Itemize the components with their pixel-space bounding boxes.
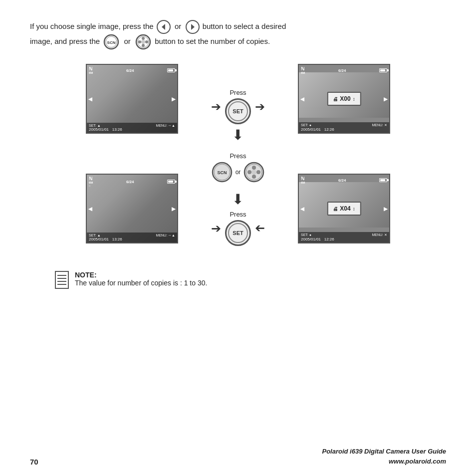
center-col: ➔ Press SET ➔ ⬇ Press <box>178 64 298 246</box>
press-scn-area: Press SCN or <box>212 142 265 193</box>
svg-point-11 <box>138 40 141 43</box>
arrow-down-1: ⬇ <box>232 128 243 142</box>
press-set-top: Press SET <box>225 89 251 124</box>
note-body: The value for number of copies is : 1 to… <box>75 279 207 287</box>
set-button-top[interactable]: SET <box>225 98 251 124</box>
nav-left-br: ◀ <box>300 206 304 212</box>
scn-button[interactable]: SCN <box>212 162 233 183</box>
set-button-bottom[interactable]: SET <box>225 220 251 246</box>
nav-left-tl: ◀ <box>88 96 92 102</box>
middle-flow: ⬇ Press SCN or <box>212 128 265 207</box>
screen-top-left: ℕ 6M 6/24 ◀ ▶ SET: ▲ MENU: ↔▲ 2005/01/01 <box>86 64 178 134</box>
footer-line2: www.polaroid.com <box>322 457 446 467</box>
arrow-right-1: ➔ <box>211 101 221 113</box>
page-number: 70 <box>30 458 38 466</box>
top-bar-br: ℕ 6M 6/24 <box>299 176 389 184</box>
flower-button[interactable] <box>243 162 264 183</box>
intro-btn-part: button to select a desired <box>203 22 286 30</box>
intro-line2-end: button to set the number of copies. <box>155 37 270 45</box>
svg-text:SCN: SCN <box>107 40 116 45</box>
page-content: If you choose single image, press the or… <box>0 0 476 299</box>
screen-bottom-left: ℕ 6M □ 6/24 ◀ ▶ SET: ▲ MENU: ↔▲ 2005/01/… <box>86 174 178 243</box>
arrow-left-1: ➔ <box>211 223 221 235</box>
flower-icon-inline <box>135 34 151 50</box>
page-footer: 70 Polaroid i639 Digital Camera User Gui… <box>30 447 446 466</box>
or1-text: or <box>175 22 181 30</box>
nav-left-bl: ◀ <box>88 206 92 212</box>
or2-text: or <box>124 37 130 45</box>
top-bar-bl: ℕ 6M □ 6/24 <box>87 176 177 187</box>
bottom-bar-bl: SET: ▲ MENU: ↔▲ 2005/01/01 13:26 <box>87 233 177 242</box>
svg-marker-1 <box>162 24 165 30</box>
right-screens-col: ℕ 6M 6/24 ◀ ▶ 🖨 X00 ↕ SET: ● <box>298 64 390 246</box>
svg-point-22 <box>256 170 260 174</box>
bottom-bar-tr: SET: ● MENU: ✕ 2005/01/01 12:26 <box>299 122 389 133</box>
overlay-bottom-right: 🖨 X04 ↕ <box>327 202 361 216</box>
footer-line1: Polaroid i639 Digital Camera User Guide <box>322 447 446 457</box>
nav-right-tl: ▶ <box>172 96 176 102</box>
diagram-area: ℕ 6M 6/24 ◀ ▶ SET: ▲ MENU: ↔▲ 2005/01/01 <box>30 64 446 246</box>
screen-bottom-right: ℕ 6M 6/24 ◀ ▶ 🖨 X04 ↕ SET: ● <box>298 174 390 243</box>
bottom-bar-tl: SET: ▲ MENU: ↔▲ 2005/01/01 13:26 <box>87 123 177 133</box>
intro-line2-start: image, and press the <box>30 37 100 45</box>
top-bar-tl: ℕ 6M 6/24 <box>87 66 177 74</box>
svg-point-20 <box>252 175 256 179</box>
arrow-left-2: ➔ <box>255 223 265 235</box>
top-flow: ➔ Press SET ➔ <box>211 89 265 124</box>
right-nav-icon <box>186 20 200 34</box>
svg-text:SCN: SCN <box>217 170 227 175</box>
nav-right-br: ▶ <box>384 206 388 212</box>
note-title: NOTE: <box>75 271 97 279</box>
nav-right-bl: ▶ <box>172 206 176 212</box>
left-nav-icon <box>157 20 171 34</box>
press-set-bottom: Press SET <box>225 211 251 246</box>
top-bar-tr: ℕ 6M 6/24 <box>299 66 389 74</box>
screen-top-right: ℕ 6M 6/24 ◀ ▶ 🖨 X00 ↕ SET: ● <box>298 64 390 134</box>
svg-point-12 <box>145 40 148 43</box>
bottom-flow: ➔ Press SET ➔ <box>211 211 265 246</box>
footer-title: Polaroid i639 Digital Camera User Guide … <box>322 447 446 466</box>
svg-marker-3 <box>191 24 195 30</box>
nav-right-tr: ▶ <box>384 96 388 102</box>
left-screens-col: ℕ 6M 6/24 ◀ ▶ SET: ▲ MENU: ↔▲ 2005/01/01 <box>86 64 178 246</box>
overlay-top-right: 🖨 X00 ↕ <box>327 92 361 106</box>
note-text: NOTE: The value for number of copies is … <box>75 271 207 287</box>
svg-point-10 <box>142 44 145 47</box>
bottom-bar-br: SET: ● MENU: ✕ 2005/01/01 12:26 <box>299 232 389 242</box>
note-icon <box>55 271 69 289</box>
intro-line1: If you choose single image, press the <box>30 22 154 30</box>
arrow-right-2: ➔ <box>255 101 265 113</box>
note-section: NOTE: The value for number of copies is … <box>55 266 446 289</box>
intro-text: If you choose single image, press the or… <box>30 20 446 50</box>
svg-point-23 <box>251 170 256 175</box>
arrow-down-2: ⬇ <box>232 193 243 207</box>
svg-point-19 <box>252 166 256 170</box>
scn-icon-inline: SCN <box>103 34 119 50</box>
nav-left-tr: ◀ <box>300 96 304 102</box>
svg-point-13 <box>141 40 145 44</box>
svg-point-21 <box>247 170 251 174</box>
svg-point-9 <box>142 37 145 40</box>
